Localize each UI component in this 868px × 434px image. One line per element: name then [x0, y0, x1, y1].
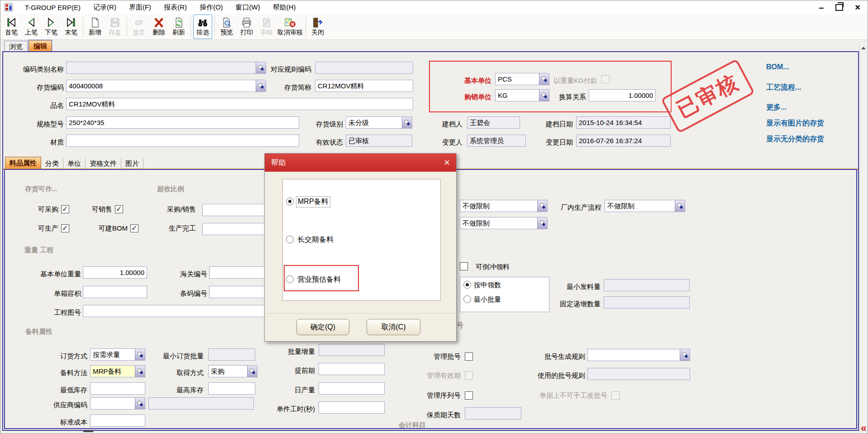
box-volume-field[interactable] [83, 286, 147, 298]
supplier-field[interactable] [90, 397, 145, 410]
lookup-icon[interactable] [256, 80, 266, 92]
manage-batch-checkbox[interactable] [465, 352, 473, 361]
menu-window[interactable]: 窗口(W) [236, 3, 260, 12]
menu-interface[interactable]: 界面(F) [129, 3, 151, 12]
menu-operate[interactable]: 操作(O) [200, 3, 223, 12]
lookup-icon[interactable] [135, 349, 145, 360]
cancel-button[interactable]: 取消(C) [367, 319, 420, 335]
mrp-option-radio[interactable] [286, 198, 294, 205]
toolbar-close-button[interactable]: 关闭 [308, 14, 327, 39]
inv-short-field[interactable]: CR12MOV精料 [315, 80, 413, 92]
toolbar-preview-button[interactable]: 预览 [217, 14, 236, 39]
subtab-category[interactable]: 分类 [41, 158, 63, 169]
mrp-option-label[interactable]: MRP备料 [296, 197, 330, 207]
base-weight-field[interactable]: 1.00000 [83, 266, 147, 279]
ok-button[interactable]: 确定(Q) [296, 319, 349, 335]
issue-by-request-radio[interactable] [463, 281, 471, 289]
material-field[interactable] [66, 135, 299, 147]
menu-help[interactable]: 帮助(H) [273, 3, 296, 12]
drawing-label: 工程图号 [40, 306, 81, 318]
tab-browse[interactable]: 浏览 [4, 41, 28, 52]
link-more[interactable]: 更多... [766, 103, 787, 112]
forecast-option-label[interactable]: 营业预估备料 [297, 275, 341, 285]
toolbar-unaudit-button[interactable]: 取消审核 [277, 14, 303, 39]
backflush-checkbox[interactable] [460, 262, 468, 270]
toolbar-first-button[interactable]: 首笔 [2, 14, 21, 39]
horizontal-scroll-thumb[interactable] [83, 430, 93, 432]
buy-unit-field[interactable]: KG [495, 89, 549, 101]
lookup-icon[interactable] [247, 366, 257, 377]
toolbar-filter-button[interactable]: 筛选 [193, 14, 212, 39]
producible-checkbox[interactable] [61, 224, 69, 232]
dialog-close-icon[interactable]: × [444, 158, 450, 167]
rule-code-field[interactable] [315, 62, 413, 74]
manage-serial-checkbox[interactable] [465, 391, 473, 400]
prod-name-field[interactable]: CR12MOV精料 [66, 98, 413, 110]
inv-level-field[interactable]: 未分级 [346, 116, 412, 129]
lookup-icon[interactable] [256, 62, 266, 73]
cat-name-field[interactable] [66, 62, 266, 74]
base-unit-field[interactable]: PCS [495, 73, 549, 85]
max-stock-field[interactable] [208, 382, 255, 395]
issue-min-batch-radio[interactable] [463, 295, 471, 303]
lookup-icon[interactable] [539, 73, 549, 85]
lookup-icon[interactable] [675, 200, 685, 212]
acquire-label: 取得方式 [167, 366, 204, 379]
lookup-icon[interactable] [537, 200, 547, 212]
std-cost-field[interactable] [90, 415, 145, 427]
toolbar-next-button[interactable]: 下笔 [42, 14, 61, 39]
minimize-icon[interactable]: – [819, 4, 824, 10]
lead-time-field[interactable] [319, 363, 385, 375]
long-lead-option-label[interactable]: 长交期备料 [297, 235, 334, 245]
daily-output-field[interactable] [319, 382, 385, 395]
toolbar-refresh-button[interactable]: 刷新 [169, 14, 188, 39]
limit1-field[interactable]: 不做限制 [460, 200, 548, 212]
acquire-field[interactable]: 采购 [208, 365, 258, 377]
prep-method-field[interactable]: MRP备料 [90, 365, 145, 377]
restore-icon[interactable] [835, 4, 843, 11]
toolbar-new-button[interactable]: 新增 [86, 14, 105, 39]
lookup-icon[interactable] [135, 398, 145, 409]
toolbar-last-button[interactable]: 末笔 [62, 14, 81, 39]
forecast-option-radio[interactable] [286, 275, 294, 283]
factory-flow-field[interactable]: 不做限制 [605, 200, 685, 212]
min-stock-field[interactable] [90, 382, 145, 395]
lookup-icon[interactable] [402, 117, 412, 128]
link-process-flow[interactable]: 工艺流程... [766, 83, 801, 92]
sellable-checkbox[interactable] [115, 205, 123, 213]
order-mode-field[interactable]: 按需求量 [90, 348, 145, 361]
bomable-checkbox[interactable] [130, 224, 138, 232]
vertical-scrollbar[interactable] [859, 43, 868, 434]
conv-rate-field[interactable]: 1.00000 [589, 89, 656, 101]
tab-edit[interactable]: 编辑 [29, 40, 52, 52]
link-bom[interactable]: BOM... [766, 63, 789, 71]
prep-section-header: 备料属性 [25, 328, 52, 336]
spec-field[interactable]: 250*240*35 [66, 116, 299, 129]
subtab-image[interactable]: 图片 [121, 158, 143, 169]
inv-code-field[interactable]: 400400008 [66, 80, 266, 92]
long-lead-option-radio[interactable] [286, 236, 294, 243]
batch-rule-field[interactable] [587, 349, 690, 361]
link-show-with-image[interactable]: 显示有图片的存货 [766, 119, 824, 128]
toolbar-print-button[interactable]: 打印 [237, 14, 256, 39]
menu-record[interactable]: 记录(R) [93, 3, 116, 12]
unit-hours-field[interactable] [319, 401, 385, 414]
lookup-icon[interactable] [135, 366, 145, 377]
limit2-field[interactable]: 不做限制 [460, 217, 548, 229]
link-show-unclassified[interactable]: 显示无分类的存货 [766, 135, 824, 144]
menu-report[interactable]: 报表(R) [164, 3, 187, 12]
subtab-unit[interactable]: 单位 [63, 158, 86, 169]
scroll-up-icon[interactable] [860, 45, 867, 51]
lookup-icon[interactable] [537, 217, 547, 229]
subtab-material-props[interactable]: 料品属性 [5, 157, 41, 169]
toolbar-delete-button[interactable]: 删除 [149, 14, 168, 39]
toolbar-prev-button[interactable]: 上笔 [22, 14, 41, 39]
purchasable-checkbox[interactable] [61, 205, 69, 213]
collapse-panel-icon[interactable]: « [861, 424, 867, 433]
subtab-qualification[interactable]: 资格文件 [86, 158, 121, 169]
help-dialog-titlebar[interactable]: 帮助 × [265, 154, 456, 172]
lookup-icon[interactable] [680, 349, 690, 361]
close-icon[interactable]: × [855, 4, 860, 11]
lookup-icon[interactable] [539, 90, 549, 101]
menu-tgroup-erp[interactable]: T-GROUP ERP(E) [25, 4, 81, 11]
